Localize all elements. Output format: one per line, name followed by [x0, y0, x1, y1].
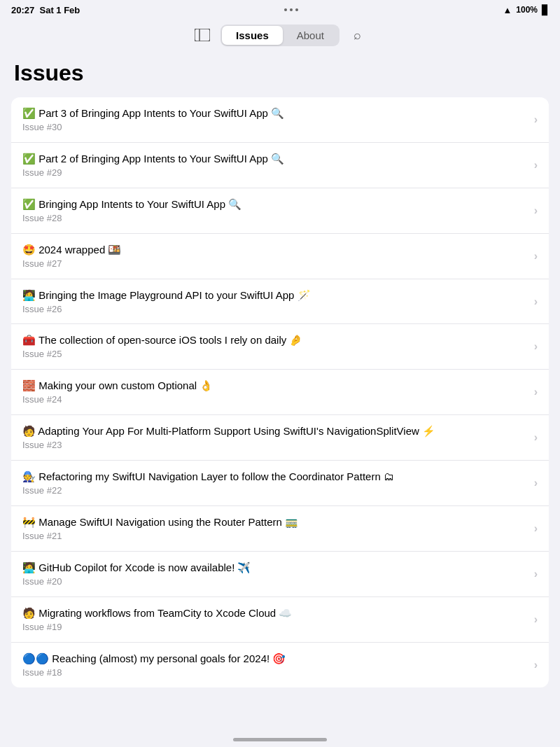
chevron-right-icon: › — [534, 113, 538, 126]
home-indicator — [233, 738, 327, 741]
issue-text-group: 🧱 Making your own custom Optional 👌Issue… — [22, 378, 528, 406]
issue-row[interactable]: 🧑‍💻 Bringing the Image Playground API to… — [11, 279, 549, 325]
issue-subtitle: Issue #20 — [22, 576, 528, 588]
svg-rect-0 — [195, 29, 210, 41]
tab-about[interactable]: About — [283, 26, 338, 45]
issue-title: 🧱 Making your own custom Optional 👌 — [22, 378, 528, 393]
issue-text-group: 🔵🔵 Reaching (almost) my personal goals f… — [22, 651, 528, 679]
chevron-right-icon: › — [534, 431, 538, 444]
sidebar-icon — [195, 29, 210, 41]
chevron-right-icon: › — [534, 159, 538, 172]
chevron-right-icon: › — [534, 613, 538, 626]
tab-group: Issues About — [220, 25, 340, 46]
chevron-right-icon: › — [534, 522, 538, 535]
search-icon: ⌕ — [354, 28, 361, 43]
issue-text-group: 🧑‍💻 Bringing the Image Playground API to… — [22, 288, 528, 316]
sidebar-toggle-button[interactable] — [190, 24, 215, 46]
chevron-right-icon: › — [534, 204, 538, 217]
issue-row[interactable]: ✅ Part 2 of Bringing App Intents to Your… — [11, 143, 549, 188]
status-bar: 20:27 Sat 1 Feb ▲ 100% ▊ — [0, 0, 560, 20]
issue-title: ✅ Part 2 of Bringing App Intents to Your… — [22, 151, 528, 166]
wifi-icon: ▲ — [503, 5, 512, 15]
issue-title: 🧰 The collection of open-source iOS tool… — [22, 333, 528, 347]
issue-text-group: 🧰 The collection of open-source iOS tool… — [22, 333, 528, 361]
chevron-right-icon: › — [534, 295, 538, 308]
issue-title: 🧑 Migrating workflows from TeamCity to X… — [22, 606, 528, 620]
chevron-right-icon: › — [534, 659, 538, 671]
issue-row[interactable]: 🧑 Adapting Your App For Multi-Platform S… — [11, 415, 549, 461]
issue-text-group: ✅ Bringing App Intents to Your SwiftUI A… — [22, 197, 528, 225]
issue-row[interactable]: 🧰 The collection of open-source iOS tool… — [11, 324, 549, 370]
issue-text-group: 🧑 Migrating workflows from TeamCity to X… — [22, 606, 528, 634]
issue-subtitle: Issue #24 — [22, 394, 528, 406]
issue-title: 🧑‍💻 Bringing the Image Playground API to… — [22, 288, 528, 302]
issue-row[interactable]: 🤩 2024 wrapped 🍱Issue #27› — [11, 234, 549, 279]
issue-title: ✅ Part 3 of Bringing App Intents to Your… — [22, 106, 528, 120]
issue-text-group: 🚧 Manage SwiftUI Navigation using the Ro… — [22, 515, 528, 543]
issue-subtitle: Issue #29 — [22, 167, 528, 179]
issue-subtitle: Issue #25 — [22, 349, 528, 361]
issue-row[interactable]: 🔵🔵 Reaching (almost) my personal goals f… — [11, 643, 549, 687]
chevron-right-icon: › — [534, 477, 538, 489]
issue-subtitle: Issue #19 — [22, 622, 528, 634]
issue-row[interactable]: 🚧 Manage SwiftUI Navigation using the Ro… — [11, 506, 549, 552]
issue-text-group: 🧑 Adapting Your App For Multi-Platform S… — [22, 424, 528, 452]
issue-title: 🚧 Manage SwiftUI Navigation using the Ro… — [22, 515, 528, 529]
issue-text-group: 🧑‍🔧 Refactoring my SwiftUI Navigation La… — [22, 469, 528, 497]
issue-subtitle: Issue #22 — [22, 485, 528, 497]
issue-title: ✅ Bringing App Intents to Your SwiftUI A… — [22, 197, 528, 211]
issue-row[interactable]: 🧑 Migrating workflows from TeamCity to X… — [11, 597, 549, 643]
main-content: Issues ✅ Part 3 of Bringing App Intents … — [0, 53, 560, 701]
tab-issues[interactable]: Issues — [222, 26, 283, 45]
battery-icon: ▊ — [542, 5, 549, 15]
chevron-right-icon: › — [534, 340, 538, 353]
issue-text-group: ✅ Part 3 of Bringing App Intents to Your… — [22, 106, 528, 134]
issue-text-group: 🤩 2024 wrapped 🍱Issue #27 — [22, 242, 528, 270]
issue-title: 🔵🔵 Reaching (almost) my personal goals f… — [22, 651, 528, 666]
chevron-right-icon: › — [534, 250, 538, 263]
issue-subtitle: Issue #26 — [22, 304, 528, 316]
issue-title: 🧑 Adapting Your App For Multi-Platform S… — [22, 424, 528, 438]
issue-title: 🧑‍🔧 Refactoring my SwiftUI Navigation La… — [22, 469, 528, 484]
nav-bar: Issues About ⌕ — [0, 20, 560, 53]
issue-subtitle: Issue #27 — [22, 258, 528, 270]
issue-text-group: 🧑‍💻 GitHub Copilot for Xcode is now avai… — [22, 560, 528, 588]
search-button[interactable]: ⌕ — [345, 24, 370, 46]
issue-title: 🧑‍💻 GitHub Copilot for Xcode is now avai… — [22, 560, 528, 575]
issue-subtitle: Issue #21 — [22, 531, 528, 543]
issues-list: ✅ Part 3 of Bringing App Intents to Your… — [11, 97, 549, 687]
issue-row[interactable]: ✅ Part 3 of Bringing App Intents to Your… — [11, 97, 549, 143]
issue-subtitle: Issue #18 — [22, 667, 528, 679]
chevron-right-icon: › — [534, 568, 538, 580]
issue-row[interactable]: 🧱 Making your own custom Optional 👌Issue… — [11, 370, 549, 415]
status-center-dots — [284, 8, 298, 11]
issue-row[interactable]: 🧑‍🔧 Refactoring my SwiftUI Navigation La… — [11, 461, 549, 506]
issue-text-group: ✅ Part 2 of Bringing App Intents to Your… — [22, 151, 528, 179]
issue-subtitle: Issue #28 — [22, 213, 528, 225]
battery-percent: 100% — [516, 5, 538, 15]
issue-row[interactable]: 🧑‍💻 GitHub Copilot for Xcode is now avai… — [11, 552, 549, 597]
issue-title: 🤩 2024 wrapped 🍱 — [22, 242, 528, 257]
issue-subtitle: Issue #23 — [22, 440, 528, 452]
status-time-date: 20:27 Sat 1 Feb — [11, 5, 80, 15]
status-right: ▲ 100% ▊ — [503, 5, 549, 15]
issue-row[interactable]: ✅ Bringing App Intents to Your SwiftUI A… — [11, 188, 549, 234]
issue-subtitle: Issue #30 — [22, 122, 528, 134]
page-title: Issues — [11, 60, 549, 86]
chevron-right-icon: › — [534, 386, 538, 398]
